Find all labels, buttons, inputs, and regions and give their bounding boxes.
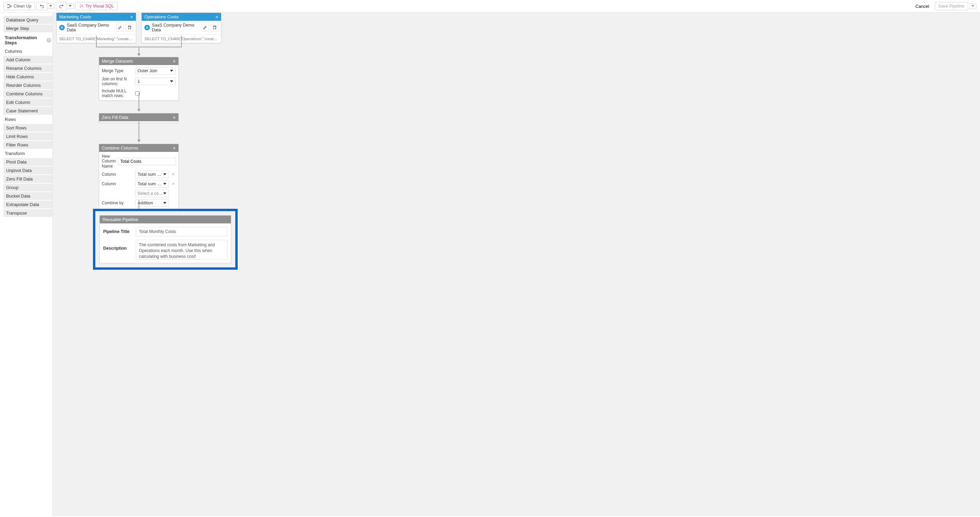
copy-button[interactable] <box>126 24 133 31</box>
redo-dropdown[interactable] <box>67 3 74 9</box>
sidebar-item-rename-columns[interactable]: Rename Columns <box>3 64 52 72</box>
node-title: Combine Columns <box>102 145 138 151</box>
column-3-select[interactable]: Select a column <box>135 190 169 197</box>
sidebar-item-unpivot-data[interactable]: Unpivot Data <box>3 167 52 174</box>
undo-button[interactable] <box>37 2 47 10</box>
caret-down-icon <box>972 5 974 7</box>
datasource-icon: D <box>59 25 65 30</box>
sidebar-item-hide-columns[interactable]: Hide Columns <box>3 73 52 81</box>
reusable-pipeline-highlight: Reusable Pipeline Pipeline Title Descrip… <box>93 209 238 270</box>
sidebar-item-combine-columns[interactable]: Combine Columns <box>3 90 52 98</box>
close-icon[interactable]: × <box>173 115 176 120</box>
pipeline-canvas[interactable]: Marketing Costs × D SaaS Company Demo Da… <box>53 13 980 516</box>
node-title: Operations Costs <box>145 14 178 19</box>
copy-button[interactable] <box>211 24 218 31</box>
merge-type-select[interactable]: Outer Join <box>135 67 176 75</box>
svg-rect-3 <box>128 27 131 29</box>
redo-button[interactable] <box>56 2 67 10</box>
copy-icon <box>213 25 216 30</box>
close-icon[interactable]: × <box>130 14 133 19</box>
new-column-name-input[interactable] <box>118 158 176 165</box>
sidebar-item-limit-rows[interactable]: Limit Rows <box>3 132 52 140</box>
node-header[interactable]: Marketing Costs × <box>57 13 136 21</box>
combine-by-select[interactable]: Addition <box>135 199 169 207</box>
node-header[interactable]: Reusable Pipeline <box>100 216 231 223</box>
caret-down-icon <box>170 80 173 83</box>
cleanup-label: Clean Up <box>14 4 31 8</box>
remove-column-icon[interactable]: × <box>171 181 176 186</box>
redo-icon <box>59 4 64 8</box>
column-1-select[interactable]: Total sum of Cost <box>135 171 169 178</box>
caret-down-icon <box>163 173 167 176</box>
svg-point-1 <box>8 7 8 8</box>
cancel-button[interactable]: Cancel <box>913 2 932 10</box>
toolbar: Clean Up Try Visual SQL Cancel Save Pipe… <box>0 0 980 13</box>
node-header[interactable]: Zero Fill Data × <box>99 113 178 121</box>
select-value: Total sum of Amount <box>138 181 163 186</box>
cleanup-button[interactable]: Clean Up <box>3 2 35 10</box>
connector <box>138 122 139 140</box>
save-pipeline-dropdown[interactable] <box>969 3 977 9</box>
node-header[interactable]: Combine Columns × <box>99 144 178 152</box>
sidebar: Database Query Merge Step Transformation… <box>0 13 53 516</box>
datasource-name: SaaS Company Demo Data <box>67 23 114 32</box>
join-n-select[interactable]: 1 <box>135 78 176 85</box>
sidebar-item-transpose[interactable]: Transpose <box>3 209 52 217</box>
svg-point-2 <box>11 6 11 7</box>
pipeline-title-input[interactable] <box>136 227 228 236</box>
column-label: Column <box>102 181 133 186</box>
sidebar-item-add-column[interactable]: Add Column <box>3 56 52 64</box>
branch-icon <box>7 4 12 8</box>
join-n-label: Join on first N columns: <box>102 76 133 86</box>
description-input[interactable] <box>136 240 228 259</box>
caret-down-icon <box>170 70 173 72</box>
node-title: Merge Datasets <box>102 59 133 64</box>
sidebar-subhead-rows: Rows <box>3 115 52 123</box>
sidebar-item-edit-column[interactable]: Edit Column <box>3 99 52 106</box>
sidebar-item-extrapolate-data[interactable]: Extrapolate Data <box>3 200 52 208</box>
sidebar-item-sort-rows[interactable]: Sort Rows <box>3 124 52 132</box>
connector <box>181 36 182 47</box>
node-title: Marketing Costs <box>59 14 91 19</box>
sidebar-item-group[interactable]: Group <box>3 184 52 191</box>
connector <box>138 93 139 110</box>
save-pipeline-button[interactable]: Save Pipeline <box>935 2 968 10</box>
sidebar-item-bucket-data[interactable]: Bucket Data <box>3 192 52 200</box>
node-title: Reusable Pipeline <box>102 217 138 222</box>
close-icon[interactable]: × <box>215 14 218 19</box>
select-value: Addition <box>138 200 153 205</box>
sidebar-item-merge-step[interactable]: Merge Step <box>3 24 52 32</box>
edit-button[interactable] <box>116 24 124 31</box>
sidebar-item-zero-fill-data[interactable]: Zero Fill Data <box>3 175 52 183</box>
help-icon[interactable]: ? <box>47 38 51 43</box>
select-placeholder: Select a column <box>138 191 163 196</box>
caret-down-icon <box>69 5 72 7</box>
caret-down-icon <box>163 202 167 204</box>
node-reusable-pipeline[interactable]: Reusable Pipeline Pipeline Title Descrip… <box>99 215 231 263</box>
node-header[interactable]: Operations Costs × <box>142 13 221 21</box>
description-label: Description <box>103 240 134 251</box>
edit-button[interactable] <box>201 24 209 31</box>
svg-rect-4 <box>213 27 216 29</box>
pencil-icon <box>118 25 122 30</box>
close-icon[interactable]: × <box>173 145 176 151</box>
wand-icon <box>79 4 84 8</box>
sidebar-item-filter-rows[interactable]: Filter Rows <box>3 141 52 149</box>
sidebar-item-pivot-data[interactable]: Pivot Data <box>3 158 52 166</box>
node-title: Zero Fill Data <box>102 115 128 120</box>
node-header[interactable]: Merge Datasets × <box>99 57 178 65</box>
sidebar-item-database-query[interactable]: Database Query <box>3 16 52 24</box>
sidebar-item-case-statement[interactable]: Case Statement <box>3 107 52 115</box>
combine-by-label: Combine by <box>102 200 133 205</box>
close-icon[interactable]: × <box>173 59 176 64</box>
include-null-label: Include NULL match rows: <box>102 89 133 99</box>
arrow-icon <box>137 54 141 56</box>
column-2-select[interactable]: Total sum of Amount <box>135 180 169 188</box>
connector <box>138 47 139 54</box>
try-visual-sql-button[interactable]: Try Visual SQL <box>75 2 118 10</box>
undo-dropdown[interactable] <box>47 3 54 9</box>
sidebar-item-reorder-columns[interactable]: Reorder Columns <box>3 81 52 89</box>
select-value: 1 <box>138 79 140 84</box>
column-label: Column <box>102 172 133 177</box>
remove-column-icon[interactable]: × <box>171 172 176 177</box>
